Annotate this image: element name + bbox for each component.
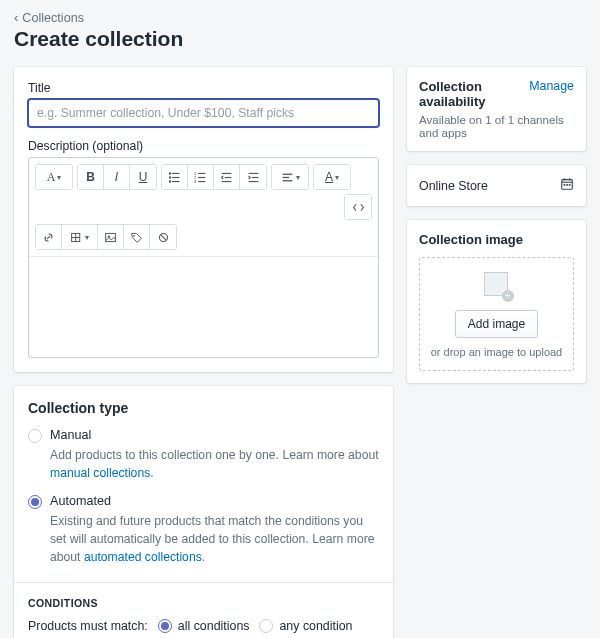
- match-any-option[interactable]: any condition: [259, 619, 352, 633]
- automated-radio-row[interactable]: Automated: [28, 494, 379, 509]
- manual-collections-link[interactable]: manual collections: [50, 466, 150, 480]
- title-label: Title: [28, 81, 379, 95]
- rte-clear-button[interactable]: [150, 225, 176, 249]
- calendar-icon[interactable]: [560, 177, 574, 194]
- match-row: Products must match: all conditions any …: [28, 619, 379, 633]
- breadcrumb[interactable]: ‹ Collections: [14, 10, 586, 25]
- rte-color-button[interactable]: A▾: [314, 165, 350, 189]
- svg-text:3: 3: [194, 179, 197, 184]
- automated-radio-label: Automated: [50, 494, 111, 508]
- description-label: Description (optional): [28, 139, 379, 153]
- rte-ul-button[interactable]: [162, 165, 188, 189]
- conditions-head: CONDITIONS: [28, 597, 379, 609]
- description-textarea[interactable]: [29, 257, 378, 357]
- online-store-card: Online Store: [407, 165, 586, 206]
- svg-rect-33: [569, 184, 571, 186]
- svg-rect-32: [566, 184, 568, 186]
- page-title: Create collection: [14, 27, 586, 51]
- rte-indent-button[interactable]: [240, 165, 266, 189]
- online-store-row[interactable]: Online Store: [407, 165, 586, 206]
- rte-editor: A▾ B I U 123: [28, 157, 379, 358]
- rte-font-button[interactable]: A▾: [36, 165, 72, 189]
- match-label: Products must match:: [28, 619, 148, 633]
- rte-ol-button[interactable]: 123: [188, 165, 214, 189]
- chevron-left-icon: ‹: [14, 10, 18, 25]
- svg-point-4: [169, 180, 170, 181]
- dropzone-hint: or drop an image to upload: [426, 346, 567, 358]
- rte-tag-button[interactable]: [124, 225, 150, 249]
- svg-point-0: [169, 172, 170, 173]
- collection-type-title: Collection type: [28, 400, 379, 416]
- radio-icon: [28, 429, 42, 443]
- online-store-label: Online Store: [419, 179, 488, 193]
- title-input[interactable]: [28, 99, 379, 127]
- rte-code-button[interactable]: [345, 195, 371, 219]
- collection-image-title: Collection image: [419, 232, 574, 247]
- rte-outdent-button[interactable]: [214, 165, 240, 189]
- manual-radio-row[interactable]: Manual: [28, 428, 379, 443]
- collection-image-card: Collection image + Add image or drop an …: [407, 220, 586, 383]
- radio-icon: [28, 495, 42, 509]
- divider: [14, 582, 393, 583]
- manage-link[interactable]: Manage: [529, 79, 574, 93]
- image-placeholder-icon: +: [482, 272, 512, 300]
- add-image-button[interactable]: Add image: [455, 310, 538, 338]
- automated-collections-link[interactable]: automated collections: [84, 550, 202, 564]
- svg-point-26: [133, 235, 135, 237]
- match-any-label: any condition: [279, 619, 352, 633]
- title-card: Title Description (optional) A▾ B I: [14, 67, 393, 372]
- svg-point-2: [169, 176, 170, 177]
- availability-title: Collection availability: [419, 79, 529, 109]
- svg-rect-31: [564, 184, 566, 186]
- automated-help: Existing and future products that match …: [50, 513, 379, 566]
- availability-sub: Available on 1 of 1 channels and apps: [419, 113, 574, 139]
- breadcrumb-label: Collections: [22, 11, 84, 25]
- radio-icon: [259, 619, 273, 633]
- manual-help: Add products to this collection one by o…: [50, 447, 379, 482]
- image-dropzone[interactable]: + Add image or drop an image to upload: [419, 257, 574, 371]
- rte-italic-button[interactable]: I: [104, 165, 130, 189]
- rte-table-button[interactable]: ▾: [62, 225, 98, 249]
- rte-bold-button[interactable]: B: [78, 165, 104, 189]
- availability-card: Collection availability Manage Available…: [407, 67, 586, 151]
- manual-radio-label: Manual: [50, 428, 91, 442]
- svg-line-28: [160, 234, 166, 240]
- match-all-label: all conditions: [178, 619, 250, 633]
- rte-align-button[interactable]: ▾: [272, 165, 308, 189]
- rte-link-button[interactable]: [36, 225, 62, 249]
- rte-toolbar: A▾ B I U 123: [29, 158, 378, 257]
- rte-underline-button[interactable]: U: [130, 165, 156, 189]
- collection-type-card: Collection type Manual Add products to t…: [14, 386, 393, 638]
- radio-icon: [158, 619, 172, 633]
- rte-image-button[interactable]: [98, 225, 124, 249]
- match-all-option[interactable]: all conditions: [158, 619, 250, 633]
